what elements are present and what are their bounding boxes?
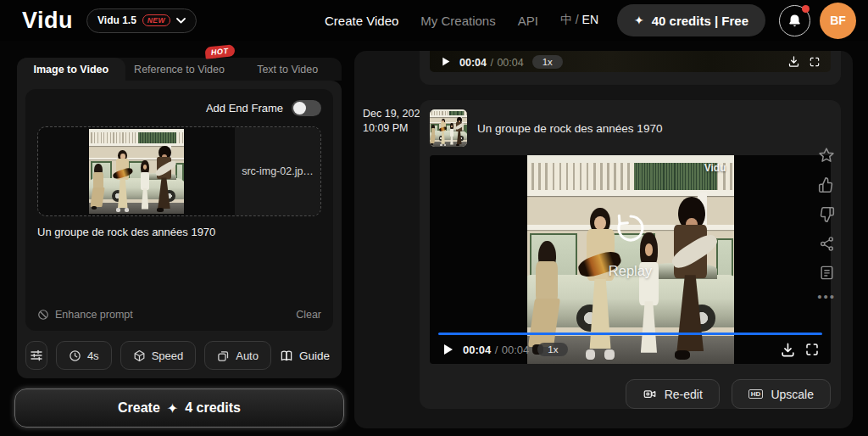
download-icon[interactable] [780, 342, 796, 358]
tab-reference-to-video[interactable]: Reference to Video [125, 58, 234, 81]
credits-star-icon: ✦ [634, 14, 644, 27]
previous-video-card: 00:04 / 00:04 1x [420, 51, 841, 85]
tab-text-to-video[interactable]: Text to Video [233, 58, 342, 81]
prompt-input[interactable]: Un groupe de rock des années 1970 [37, 226, 321, 238]
auto-label: Auto [236, 349, 259, 362]
toggle-knob [293, 102, 306, 115]
bell-icon [787, 14, 802, 28]
clock-icon [69, 349, 81, 362]
create-panel: Image to Video Reference to Video Text t… [17, 58, 342, 428]
vidu-app: Vidu Vidu 1.5 NEW Create Video My Creati… [0, 0, 868, 436]
prompt-card-footer: Enhance prompt Clear [37, 309, 321, 321]
cube-icon [133, 349, 146, 362]
replay-overlay[interactable]: Replay [430, 155, 831, 333]
create-button[interactable]: Create ✦ 4 credits [14, 388, 344, 428]
notifications-button[interactable] [779, 5, 810, 36]
new-badge: NEW [142, 14, 170, 26]
thumbs-up-icon[interactable] [818, 176, 835, 193]
create-cost: 4 credits [185, 400, 241, 416]
tab-image-to-video[interactable]: Image to Video [17, 58, 125, 81]
replay-label: Replay [609, 263, 652, 279]
re-edit-label: Re-edit [665, 388, 703, 401]
top-nav: Vidu Vidu 1.5 NEW Create Video My Creati… [0, 0, 868, 41]
hd-icon: HD [748, 389, 764, 399]
image-to-video-form: Add End Frame src-img-02.jp… [17, 81, 342, 378]
current-time: 00:04 [463, 344, 491, 356]
lang-en[interactable]: EN [582, 13, 598, 26]
fullscreen-icon[interactable] [809, 56, 821, 68]
generation-prompt: Un groupe de rock des années 1970 [477, 122, 662, 135]
total-time: 00:04 [502, 344, 530, 356]
generation-actions: Re-edit HD Upscale [430, 379, 831, 409]
share-icon[interactable] [819, 236, 835, 252]
band-photo [430, 109, 467, 147]
playback-speed-button[interactable]: 1x [532, 55, 563, 69]
nav-api[interactable]: API [518, 14, 538, 28]
guide-link[interactable]: Guide [280, 349, 333, 362]
create-label: Create [118, 400, 160, 416]
mode-tabs: Image to Video Reference to Video Text t… [17, 58, 342, 81]
details-document-icon[interactable] [819, 265, 835, 281]
play-icon[interactable] [440, 56, 451, 67]
sliders-icon [30, 349, 43, 362]
previous-video-player[interactable]: 00:04 / 00:04 1x [430, 51, 831, 72]
nav-my-creations[interactable]: My Creations [420, 14, 495, 28]
upload-file-zone: src-img-02.jp… [235, 127, 320, 215]
video-player[interactable]: Vidu Replay 00:04 / 00:04 1x [430, 155, 831, 364]
settings-button[interactable] [25, 341, 47, 370]
chevron-down-icon [176, 18, 186, 24]
generation-timestamp: Dec 19, 2024 10:09 PM [363, 107, 426, 136]
language-switch[interactable]: 中 / EN [560, 13, 598, 28]
fullscreen-icon[interactable] [804, 342, 820, 357]
credits-button[interactable]: ✦ 40 credits | Free [617, 4, 765, 36]
enhance-prompt-label: Enhance prompt [55, 309, 133, 321]
playback-speed-button[interactable]: 1x [537, 343, 568, 356]
generation-card: Un groupe de rock des années 1970 Vidu R… [420, 100, 841, 409]
model-selector[interactable]: Vidu 1.5 NEW [86, 8, 197, 33]
stack-icon [217, 349, 230, 362]
speed-button[interactable]: Speed [120, 341, 197, 370]
player-controls: 00:04 / 00:04 1x [430, 335, 831, 364]
generation-thumbnail[interactable] [430, 109, 467, 147]
upscale-button[interactable]: HD Upscale [732, 379, 831, 409]
generation-time: 10:09 PM [363, 121, 426, 136]
clear-button[interactable]: Clear [296, 309, 321, 321]
thumbs-down-icon[interactable] [818, 206, 835, 223]
favorite-star-icon[interactable] [818, 147, 835, 164]
lang-zh[interactable]: 中 [560, 13, 572, 26]
re-edit-button[interactable]: Re-edit [626, 379, 720, 409]
source-image-thumbnail [89, 129, 184, 214]
time-separator: / [495, 344, 498, 356]
band-photo [89, 129, 184, 214]
current-time: 00:04 [459, 57, 487, 69]
speed-label: Speed [152, 349, 184, 362]
enhance-prompt-button[interactable]: Enhance prompt [37, 309, 133, 321]
generation-controls: 4s Speed Auto Guide [25, 341, 333, 370]
download-icon[interactable] [787, 55, 800, 68]
book-icon [280, 349, 293, 362]
add-end-frame-row: Add End Frame [37, 100, 321, 116]
upscale-label: Upscale [771, 388, 814, 401]
credits-label: 40 credits | Free [652, 14, 748, 28]
add-end-frame-toggle[interactable] [292, 100, 321, 116]
source-image-filename: src-img-02.jp… [242, 165, 314, 177]
more-options-icon[interactable]: ••• [817, 293, 836, 300]
vidu-logo[interactable]: Vidu [22, 8, 73, 34]
nav-links: Create Video My Creations API 中 / EN [325, 13, 598, 28]
video-camera-icon [643, 388, 657, 400]
total-time: 00:04 [497, 57, 523, 69]
avatar[interactable]: BF [820, 3, 856, 39]
creations-feed: 00:04 / 00:04 1x Dec 19, 2024 10:09 PM [354, 51, 853, 428]
prompt-card: Add End Frame src-img-02.jp… [25, 89, 333, 331]
uploaded-image-card[interactable]: src-img-02.jp… [37, 126, 321, 216]
add-end-frame-label: Add End Frame [206, 102, 283, 115]
model-name: Vidu 1.5 [97, 14, 136, 26]
duration-label: 4s [87, 349, 99, 362]
duration-button[interactable]: 4s [56, 341, 112, 370]
replay-icon [613, 210, 648, 246]
nav-create-video[interactable]: Create Video [325, 14, 398, 28]
auto-button[interactable]: Auto [204, 341, 271, 370]
play-icon[interactable] [441, 343, 454, 356]
generation-date: Dec 19, 2024 [363, 107, 426, 121]
notification-dot [802, 5, 810, 13]
